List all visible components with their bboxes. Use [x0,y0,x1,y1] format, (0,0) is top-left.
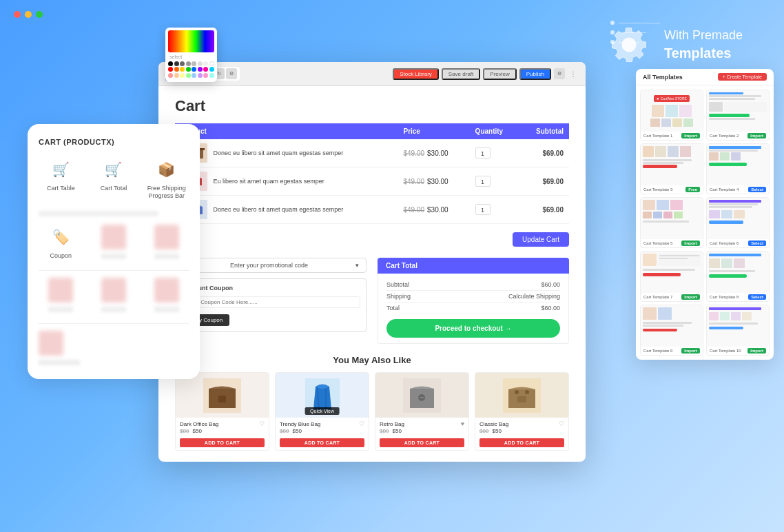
template-badge-9[interactable]: Import [681,348,700,354]
stock-library-btn[interactable]: Stock Library [393,68,439,80]
checkout-btn[interactable]: Proceed to checkout → [386,319,560,338]
widget-grid-2: 🏷️ Coupon [39,225,189,260]
color-dot[interactable] [203,67,208,72]
product-name-2: Eu libero sit amet quam egestas semper [214,178,324,185]
widget-cart-total[interactable]: 🛒 Cart Total [92,157,136,200]
add-to-cart-btn-2[interactable]: ADD TO CART [280,438,364,447]
color-dot[interactable] [192,61,196,66]
template-card-8[interactable]: Cart Template 8 Select [706,251,770,302]
color-gradient-bar[interactable] [168,30,214,52]
color-dot[interactable] [198,61,203,66]
preview-btn[interactable]: Preview [483,68,516,80]
template-card-5[interactable]: Cart Template 5 Import [640,197,703,248]
color-dot[interactable] [174,61,179,66]
template-card-6[interactable]: Cart Template 6 Select [706,197,770,248]
template-badge-3[interactable]: Free [685,187,700,192]
coupon-input[interactable] [181,296,360,308]
color-dot[interactable] [203,61,208,66]
add-to-cart-btn-3[interactable]: ADD TO CART [380,438,464,447]
quick-view-btn[interactable]: Quick View [305,407,340,415]
template-badge-2[interactable]: Import [747,133,766,139]
widget-coupon[interactable]: 🏷️ Coupon [39,225,83,260]
color-dot[interactable] [186,61,191,66]
color-dot[interactable] [198,67,203,72]
traffic-light-yellow[interactable] [25,11,32,18]
template-badge-5[interactable]: Import [681,241,700,246]
browser-window: W ✏ ↺ ↻ ⚙ Stock Library Save draft Previ… [158,62,586,462]
template-preview-5 [641,198,703,239]
template-card-4[interactable]: Cart Template 4 Select [706,143,770,194]
qty-3[interactable]: 1 [475,204,491,215]
qty-2[interactable]: 1 [475,176,491,187]
color-picker-popup[interactable]: select [165,28,217,82]
template-badge-10[interactable]: Import [747,348,766,354]
color-dot[interactable] [180,73,185,78]
template-badge-8[interactable]: Select [748,294,766,300]
add-to-cart-btn-4[interactable]: ADD TO CART [479,438,564,447]
color-dot[interactable] [174,73,179,78]
heart-icon-1[interactable]: ♡ [259,420,265,427]
template-name-3: Cart Template 3 [643,187,672,192]
product-price-1: $80 $50 [180,428,265,434]
color-dot[interactable] [192,67,196,72]
template-badge-7[interactable]: Import [681,294,700,300]
blurred-text-3 [48,307,73,312]
heart-icon-3[interactable]: ♥ [461,420,464,427]
cart-bottom-section: Enter your promotional code ▾ Discount C… [175,258,569,344]
template-card-7[interactable]: Cart Template 7 Import [640,251,703,302]
publish-btn[interactable]: Publish [519,68,551,80]
template-card-1[interactable]: ●CartWoo STORE Cart Tem [640,90,703,141]
color-dot[interactable] [174,67,179,72]
color-dot[interactable] [209,67,214,72]
template-badge-6[interactable]: Select [748,241,766,246]
subtotal-row: Subtotal $60.00 [386,279,560,291]
add-to-cart-btn-1[interactable]: ADD TO CART [180,438,265,447]
template-preview-3 [641,144,703,185]
blurred-text-4 [101,307,126,312]
widget-shipping-progress[interactable]: 📦 Free Shipping Progress Bar [144,157,189,200]
widget-cart-table[interactable]: 🛒 Cart Table [39,157,83,200]
overflow-btn[interactable]: ⋮ [568,68,579,79]
template-card-10[interactable]: Cart Template 10 Import [706,305,770,356]
template-card-3[interactable]: Cart Template 3 Free [640,143,703,194]
product-img-area-2: Quick View [276,373,369,418]
color-dot[interactable] [203,73,208,78]
save-draft-btn[interactable]: Save draft [442,68,480,80]
settings-btn[interactable]: ⚙ [226,68,237,79]
heart-icon-4[interactable]: ♡ [559,420,564,427]
template-badge-4[interactable]: Select [748,187,766,192]
color-dot[interactable] [186,67,191,72]
product-price-3: $80 $50 [380,428,464,434]
color-dot[interactable] [180,61,185,66]
traffic-light-green[interactable] [36,11,43,18]
shipping-progress-label: Free Shipping Progress Bar [144,185,189,200]
color-dot[interactable] [168,61,173,66]
color-dot[interactable] [198,73,203,78]
color-dot[interactable] [180,67,185,72]
product-name-text-2: Trendy Blue Bag [280,421,320,427]
blurred-icon-1 [101,225,126,249]
promo-code-row[interactable]: Enter your promotional code ▾ [175,258,367,273]
color-dot[interactable] [186,73,191,78]
widget-blurred-5 [92,278,136,312]
promo-chevron-icon: ▾ [355,262,359,269]
blurred-icon-2 [154,225,179,249]
color-dot[interactable] [168,73,173,78]
template-badge-1[interactable]: Import [681,133,700,139]
color-dot[interactable] [168,67,173,72]
template-card-9[interactable]: Cart Template 9 Import [640,305,703,356]
qty-1[interactable]: 1 [475,147,491,158]
heart-icon-2[interactable]: ♡ [359,420,364,427]
product-card-2: Quick View Trendy Blue Bag ♡ $80 $50 ADD… [275,372,369,451]
more-settings-btn[interactable]: ⚙ [554,68,565,79]
traffic-light-red[interactable] [14,11,21,18]
color-dot[interactable] [192,73,196,78]
template-card-2[interactable]: Cart Template 2 Import [706,90,770,141]
color-dot[interactable] [209,73,214,78]
promo-placeholder-text: Enter your promotional code [230,262,308,269]
template-name-6: Cart Template 6 [710,241,739,245]
mini-preview-4 [707,144,769,185]
color-dot[interactable] [209,61,214,66]
update-cart-btn[interactable]: Update Cart [513,232,569,247]
create-template-btn[interactable]: + Create Template [718,73,767,81]
